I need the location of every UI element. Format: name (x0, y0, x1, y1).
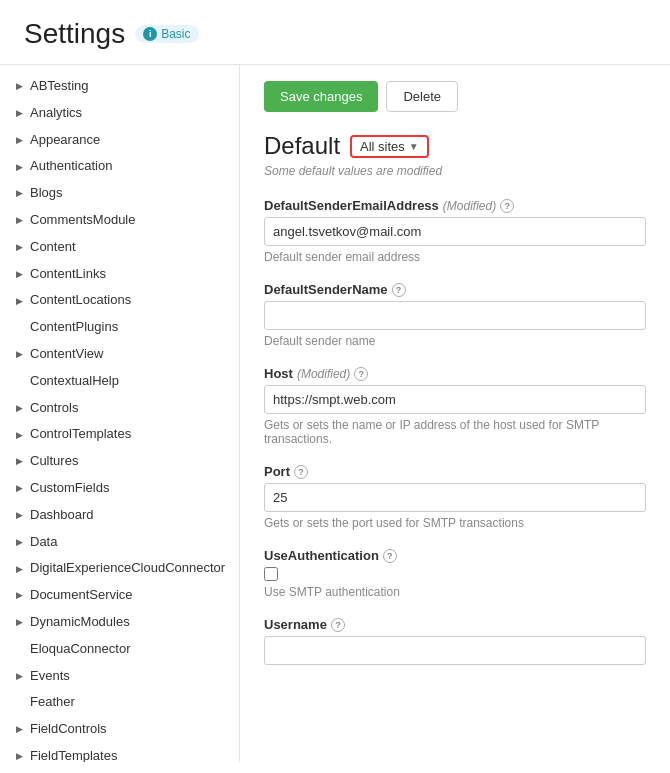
help-icon[interactable]: ? (383, 549, 397, 563)
sidebar-item-analytics[interactable]: ▶Analytics (0, 100, 239, 127)
sidebar-item-controltemplates[interactable]: ▶ControlTemplates (0, 421, 239, 448)
section-heading: Default (264, 132, 340, 160)
sidebar-item-events[interactable]: ▶Events (0, 663, 239, 690)
sidebar-item-label: Analytics (30, 103, 82, 124)
help-icon[interactable]: ? (392, 283, 406, 297)
sidebar-item-label: Appearance (30, 130, 100, 151)
expand-arrow-icon: ▶ (12, 669, 26, 683)
input-port[interactable] (264, 483, 646, 512)
sidebar-item-authentication[interactable]: ▶Authentication (0, 153, 239, 180)
sidebar-item-label: Dashboard (30, 505, 94, 526)
sidebar-item-label: EloquaConnector (30, 639, 130, 660)
sidebar-item-label: Data (30, 532, 57, 553)
sidebar-item-eloquaconnector[interactable]: EloquaConnector (0, 636, 239, 663)
field-name-text: DefaultSenderName (264, 282, 388, 297)
checkbox-row-useauthentication (264, 567, 646, 581)
modified-badge: (Modified) (297, 367, 350, 381)
sidebar-item-label: ControlTemplates (30, 424, 131, 445)
sidebar-item-label: Content (30, 237, 76, 258)
field-group-host: Host (Modified)?Gets or sets the name or… (264, 366, 646, 446)
field-hint-defaultsenderemail: Default sender email address (264, 250, 646, 264)
checkbox-useauthentication[interactable] (264, 567, 278, 581)
sidebar-item-label: ContentPlugins (30, 317, 118, 338)
expand-arrow-icon: ▶ (12, 481, 26, 495)
expand-arrow-icon: ▶ (12, 535, 26, 549)
sidebar-item-fieldtemplates[interactable]: ▶FieldTemplates (0, 743, 239, 762)
field-name-text: Port (264, 464, 290, 479)
help-icon[interactable]: ? (354, 367, 368, 381)
section-subtitle: Some default values are modified (264, 164, 646, 178)
sidebar-item-label: DocumentService (30, 585, 133, 606)
field-hint-useauthentication: Use SMTP authentication (264, 585, 646, 599)
header-badge[interactable]: i Basic (135, 25, 198, 43)
expand-arrow-icon: ▶ (12, 401, 26, 415)
chevron-down-icon: ▼ (409, 141, 419, 152)
sidebar-item-label: ABTesting (30, 76, 89, 97)
input-username[interactable] (264, 636, 646, 665)
main-content: Save changes Delete Default All sites ▼ … (240, 65, 670, 762)
sidebar-item-appearance[interactable]: ▶Appearance (0, 127, 239, 154)
sidebar-item-label: CommentsModule (30, 210, 136, 231)
input-defaultsendername[interactable] (264, 301, 646, 330)
toolbar: Save changes Delete (264, 81, 646, 112)
field-label-defaultsendername: DefaultSenderName? (264, 282, 646, 297)
field-label-port: Port? (264, 464, 646, 479)
sidebar-item-label: DigitalExperienceCloudConnector (30, 558, 225, 579)
sidebar-item-contentlocations[interactable]: ▶ContentLocations (0, 287, 239, 314)
field-label-defaultsenderemail: DefaultSenderEmailAddress (Modified)? (264, 198, 646, 213)
page-title: Settings (24, 18, 125, 50)
sidebar-item-dashboard[interactable]: ▶Dashboard (0, 502, 239, 529)
badge-label: Basic (161, 27, 190, 41)
sidebar-item-contentlinks[interactable]: ▶ContentLinks (0, 261, 239, 288)
sidebar-item-commentsmodule[interactable]: ▶CommentsModule (0, 207, 239, 234)
sidebar-item-controls[interactable]: ▶Controls (0, 395, 239, 422)
delete-button[interactable]: Delete (386, 81, 458, 112)
sidebar-item-data[interactable]: ▶Data (0, 529, 239, 556)
field-name-text: Username (264, 617, 327, 632)
sidebar-item-customfields[interactable]: ▶CustomFields (0, 475, 239, 502)
help-icon[interactable]: ? (500, 199, 514, 213)
expand-arrow-icon: ▶ (12, 723, 26, 737)
expand-arrow-icon: ▶ (12, 160, 26, 174)
sidebar-item-label: Cultures (30, 451, 78, 472)
sidebar-item-fieldcontrols[interactable]: ▶FieldControls (0, 716, 239, 743)
sidebar-item-abtesting[interactable]: ▶ABTesting (0, 73, 239, 100)
expand-arrow-icon: ▶ (12, 187, 26, 201)
field-label-useauthentication: UseAuthentication? (264, 548, 646, 563)
sidebar-item-label: FieldControls (30, 719, 107, 740)
sidebar-item-label: Feather (30, 692, 75, 713)
sites-dropdown[interactable]: All sites ▼ (350, 135, 429, 158)
help-icon[interactable]: ? (331, 618, 345, 632)
help-icon[interactable]: ? (294, 465, 308, 479)
sidebar-item-label: ContentView (30, 344, 103, 365)
input-defaultsenderemail[interactable] (264, 217, 646, 246)
sidebar-item-content[interactable]: ▶Content (0, 234, 239, 261)
sidebar-item-label: CustomFields (30, 478, 109, 499)
expand-arrow-icon: ▶ (12, 428, 26, 442)
sidebar-item-documentservice[interactable]: ▶DocumentService (0, 582, 239, 609)
sidebar-item-label: Controls (30, 398, 78, 419)
field-hint-host: Gets or sets the name or IP address of t… (264, 418, 646, 446)
sidebar-item-label: ContentLinks (30, 264, 106, 285)
save-button[interactable]: Save changes (264, 81, 378, 112)
expand-arrow-icon: ▶ (12, 615, 26, 629)
sidebar-item-cultures[interactable]: ▶Cultures (0, 448, 239, 475)
sidebar: ▶ABTesting▶Analytics▶Appearance▶Authenti… (0, 65, 240, 762)
sidebar-item-contentplugins[interactable]: ContentPlugins (0, 314, 239, 341)
main-layout: ▶ABTesting▶Analytics▶Appearance▶Authenti… (0, 65, 670, 762)
field-name-text: UseAuthentication (264, 548, 379, 563)
sidebar-item-digitalexperiencecloudconnector[interactable]: ▶DigitalExperienceCloudConnector (0, 555, 239, 582)
expand-arrow-icon: ▶ (12, 508, 26, 522)
sidebar-item-feather[interactable]: Feather (0, 689, 239, 716)
expand-arrow-icon: ▶ (12, 133, 26, 147)
sidebar-item-label: DynamicModules (30, 612, 130, 633)
field-group-port: Port?Gets or sets the port used for SMTP… (264, 464, 646, 530)
sidebar-item-dynamicmodules[interactable]: ▶DynamicModules (0, 609, 239, 636)
field-label-username: Username? (264, 617, 646, 632)
section-title-row: Default All sites ▼ (264, 132, 646, 160)
sidebar-item-blogs[interactable]: ▶Blogs (0, 180, 239, 207)
field-name-text: Host (264, 366, 293, 381)
sidebar-item-contextualhelp[interactable]: ContextualHelp (0, 368, 239, 395)
input-host[interactable] (264, 385, 646, 414)
sidebar-item-contentview[interactable]: ▶ContentView (0, 341, 239, 368)
